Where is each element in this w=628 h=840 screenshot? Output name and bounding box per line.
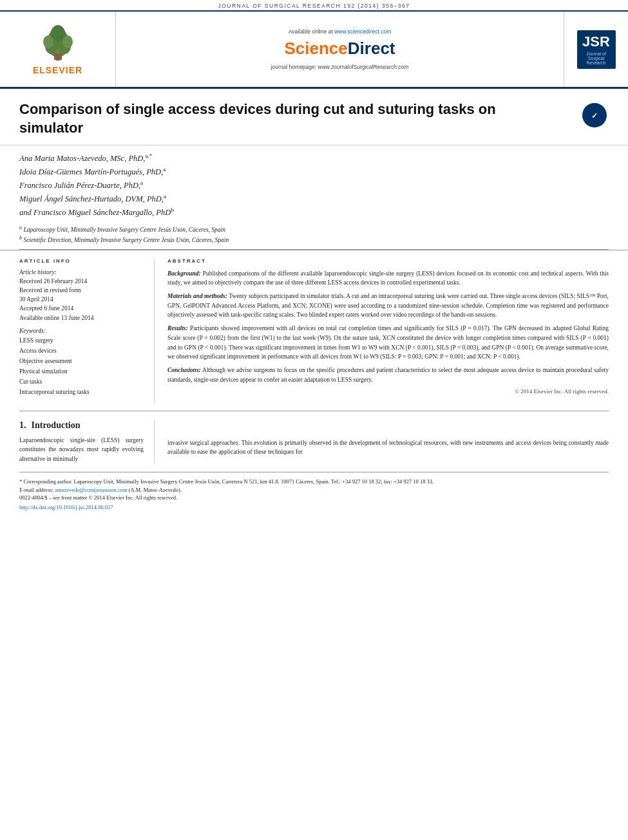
received-date: Received 26 February 2014 [19, 277, 144, 286]
affiliation-a: a Laparoscopy Unit, Minimally Invasive S… [19, 224, 609, 234]
available-online-text: Available online at www.sciencedirect.co… [289, 28, 392, 35]
introduction-section: 1. Introduction Laparoendoscopic single-… [0, 411, 628, 464]
email-link[interactable]: amazevedo@ccmijesususon.com [55, 487, 127, 493]
keyword-3: Objective assessment [19, 356, 144, 366]
author-4-sup: a [164, 193, 166, 200]
svg-point-7 [53, 26, 63, 39]
keyword-4: Physical simulation [19, 366, 144, 377]
crossmark-icon: ✓ [585, 106, 604, 124]
sciencedirect-logo: ScienceDirect [285, 39, 395, 59]
rights-line: 0022-4804/$ – see front matter © 2014 El… [19, 494, 609, 502]
keyword-5: Cut tasks [19, 377, 144, 387]
keywords-label: Keywords: [19, 328, 144, 334]
paper-title: Comparison of single access devices duri… [19, 100, 535, 137]
journal-homepage: journal homepage: www.JournalofSurgicalR… [271, 64, 409, 70]
abstract-col: Abstract Background: Published compariso… [167, 258, 609, 403]
svg-point-6 [62, 35, 73, 48]
author-1: Ana Maria Matos-Azevedo, MSc, PhD,a,* [19, 152, 609, 165]
footnote-area: * Corresponding author. Laparoscopy Unit… [19, 472, 609, 512]
author-5: and Francisco Miguel Sánchez-Margallo, P… [19, 206, 609, 219]
sciencedirect-url[interactable]: www.sciencedirect.com [334, 28, 391, 35]
author-2-sup: a [163, 166, 166, 173]
abstract-label: Abstract [167, 258, 609, 264]
accepted-date: Accepted 6 June 2014 [19, 304, 144, 313]
abstract-background: Background: Published comparisons of the… [167, 269, 609, 288]
article-info-abstract-section: Article Info Article history: Received 2… [0, 250, 628, 411]
abstract-conclusions: Conclusions: Although we advise surgeons… [167, 366, 609, 384]
svg-point-5 [43, 35, 53, 48]
intro-heading: 1. Introduction [19, 420, 144, 431]
elsevier-wordmark: ELSEVIER [33, 65, 82, 75]
keywords-list: LESS surgery Access devices Objective as… [19, 335, 144, 398]
intro-right-col: invasive surgical approaches. This evolu… [167, 420, 609, 464]
article-info-col: Article Info Article history: Received 2… [19, 258, 155, 403]
doi-link[interactable]: http://dx.doi.org/10.1016/j.jss.2014.06.… [19, 503, 609, 512]
intro-left-col: 1. Introduction Laparoendoscopic single-… [19, 420, 155, 464]
authors-section: Ana Maria Matos-Azevedo, MSc, PhD,a,* Id… [0, 145, 628, 248]
jsr-subtitle: Journal ofSurgicalResearch [586, 51, 606, 65]
email-line: E-mail address: amazevedo@ccmijesususon.… [19, 486, 609, 494]
title-section: Comparison of single access devices duri… [0, 89, 628, 145]
revised-date: Received in revised form30 April 2014 [19, 286, 144, 304]
affiliations: a Laparoscopy Unit, Minimally Invasive S… [19, 224, 609, 245]
keyword-1: LESS surgery [19, 335, 144, 346]
author-4: Miguel Ángel Sánchez-Hurtado, DVM, PhD,a [19, 192, 609, 205]
intro-title: Introduction [32, 420, 81, 431]
keyword-6: Intracorporeal suturing tasks [19, 387, 144, 397]
elsevier-tree-icon [29, 24, 87, 62]
elsevier-logo-box: ELSEVIER [29, 24, 87, 75]
intro-left-text: Laparoendoscopic single-site (LESS) surg… [19, 436, 144, 464]
author-3-sup: a [140, 180, 143, 186]
available-date: Available online 13 June 2014 [19, 313, 144, 322]
keywords-block: Keywords: LESS surgery Access devices Ob… [19, 328, 144, 398]
journal-title: Journal of Surgical Research 192 (2014) … [218, 3, 410, 9]
header-center: Available online at www.sciencedirect.co… [116, 12, 564, 87]
author-1-sup: a,* [145, 153, 152, 159]
abstract-methods: Materials and methods: Twenty subjects p… [167, 292, 609, 320]
svg-text:✓: ✓ [591, 111, 598, 120]
corresponding-author-note: * Corresponding author. Laparoscopy Unit… [19, 478, 609, 486]
header-area: ELSEVIER Available online at www.science… [0, 12, 628, 89]
affiliation-b: b Scientific Direction, Minimally Invasi… [19, 234, 609, 245]
keyword-2: Access devices [19, 346, 144, 356]
svg-rect-8 [54, 53, 62, 60]
elsevier-logo-area: ELSEVIER [0, 12, 116, 87]
intro-right-text: invasive surgical approaches. This evolu… [167, 438, 609, 457]
article-history-block: Article history: Received 26 February 20… [19, 269, 144, 322]
journal-bar: Journal of Surgical Research 192 (2014) … [0, 0, 628, 12]
history-label: Article history: [19, 269, 144, 275]
abstract-results: Results: Participants showed improvement… [167, 324, 609, 362]
author-5-sup: b [171, 207, 174, 213]
copyright-line: © 2014 Elsevier Inc. All rights reserved… [167, 388, 609, 395]
article-info-label: Article Info [19, 258, 144, 264]
jsr-logo-area: JSR Journal ofSurgicalResearch [564, 12, 628, 87]
author-2: Idoia Díaz-Güemes Martín-Portugués, PhD,… [19, 165, 609, 178]
crossmark-area[interactable]: ✓ [580, 103, 609, 127]
jsr-logo: JSR Journal ofSurgicalResearch [577, 30, 616, 69]
author-3: Francisco Julián Pérez-Duarte, PhD,a [19, 179, 609, 192]
crossmark-badge[interactable]: ✓ [582, 103, 607, 127]
intro-number: 1. [19, 420, 26, 431]
